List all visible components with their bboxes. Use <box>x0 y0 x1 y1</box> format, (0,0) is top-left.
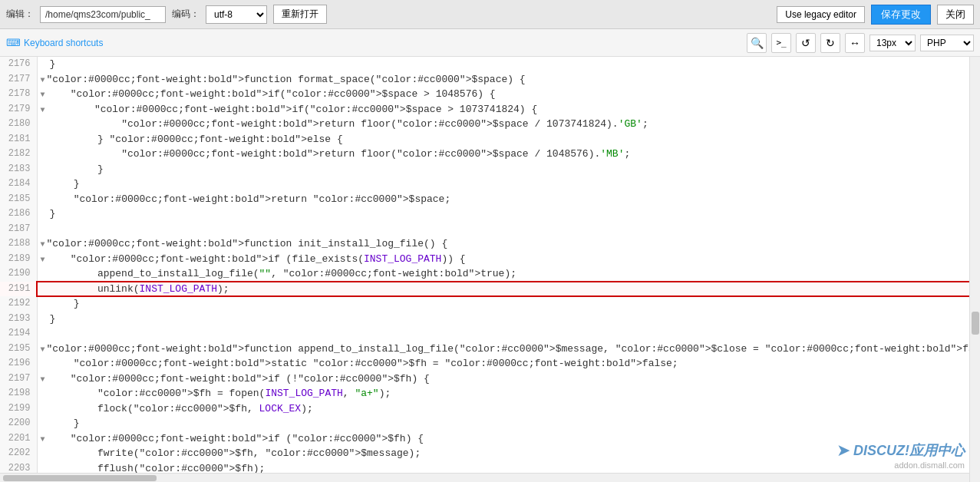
line-number: 2188 <box>0 236 37 252</box>
line-number: 2182 <box>0 147 37 162</box>
undo-icon: ↺ <box>801 37 810 49</box>
table-row: 2190 append_to_install_log_file("", "col… <box>0 266 969 282</box>
code-line[interactable]: } "color:#0000cc;font-weight:bold">else … <box>37 132 969 147</box>
table-row: 2186} <box>0 206 969 222</box>
code-line[interactable]: ▼ "color:#0000cc;font-weight:bold">if("c… <box>37 87 969 102</box>
code-line[interactable]: "color:#0000cc;font-weight:bold">return … <box>37 192 969 207</box>
code-line[interactable]: ▼"color:#0000cc;font-weight:bold">functi… <box>37 236 969 252</box>
table-row: 2179▼ "color:#0000cc;font-weight:bold">i… <box>0 102 969 117</box>
table-row: 2201▼ "color:#0000cc;font-weight:bold">i… <box>0 431 969 447</box>
redo-button[interactable]: ↻ <box>820 33 840 53</box>
line-number: 2179 <box>0 102 37 117</box>
code-line[interactable]: } <box>37 312 969 327</box>
line-number: 2178 <box>0 87 37 102</box>
table-row: 2199 flock("color:#cc0000">$fh, LOCK_EX)… <box>0 401 969 417</box>
line-number: 2199 <box>0 401 37 417</box>
code-line[interactable]: "color:#0000cc;font-weight:bold">static … <box>37 356 969 371</box>
keyboard-icon: ⌨ <box>6 37 21 48</box>
line-number: 2186 <box>0 206 37 222</box>
table-row: 2185 "color:#0000cc;font-weight:bold">re… <box>0 192 969 207</box>
keyboard-shortcuts-link[interactable]: ⌨ Keyboard shortcuts <box>6 37 103 48</box>
code-line[interactable]: } <box>37 177 969 192</box>
wrap-button[interactable]: ↔ <box>845 33 865 53</box>
line-number: 2185 <box>0 192 37 207</box>
table-row: 2182 "color:#0000cc;font-weight:bold">re… <box>0 147 969 162</box>
code-line[interactable]: ▼ "color:#0000cc;font-weight:bold">if("c… <box>37 102 969 117</box>
watermark-text: DISCUZ!应用中心 <box>853 441 965 460</box>
code-line[interactable]: } <box>37 416 969 431</box>
vertical-scrollbar[interactable] <box>969 57 980 482</box>
line-number: 2196 <box>0 356 37 371</box>
code-line[interactable] <box>37 326 969 342</box>
code-line[interactable]: } <box>37 57 969 72</box>
code-line[interactable] <box>37 222 969 237</box>
file-path-input[interactable] <box>40 6 166 23</box>
code-area[interactable]: 2176}2177▼"color:#0000cc;font-weight:bol… <box>0 57 969 482</box>
code-line[interactable]: "color:#cc0000">$fh = fopen(INST_LOG_PAT… <box>37 386 969 401</box>
table-row: 2194 <box>0 326 969 342</box>
table-row: 2180 "color:#0000cc;font-weight:bold">re… <box>0 117 969 132</box>
table-row: 2187 <box>0 222 969 237</box>
table-row: 2192 } <box>0 296 969 312</box>
watermark: ➤ DISCUZ!应用中心 addon.dismall.com <box>836 441 965 470</box>
terminal-button[interactable]: >_ <box>771 33 791 53</box>
code-line[interactable]: ▼"color:#0000cc;font-weight:bold">functi… <box>37 72 969 87</box>
undo-button[interactable]: ↺ <box>796 33 816 53</box>
code-line[interactable]: } <box>37 162 969 177</box>
code-line[interactable]: flock("color:#cc0000">$fh, LOCK_EX); <box>37 401 969 417</box>
line-number: 2194 <box>0 326 37 342</box>
line-number: 2200 <box>0 416 37 431</box>
encoding-select[interactable]: utf-8 <box>206 5 267 24</box>
line-number: 2193 <box>0 312 37 327</box>
code-line[interactable]: ▼ "color:#0000cc;font-weight:bold">if ("… <box>37 431 969 447</box>
code-line[interactable]: append_to_install_log_file("", "color:#0… <box>37 266 969 282</box>
table-row: 2193} <box>0 312 969 327</box>
close-button[interactable]: 关闭 <box>937 5 974 25</box>
line-number: 2191 <box>0 282 37 297</box>
code-table: 2176}2177▼"color:#0000cc;font-weight:bol… <box>0 57 969 482</box>
line-number: 2183 <box>0 162 37 177</box>
line-number: 2201 <box>0 431 37 447</box>
line-number: 2190 <box>0 266 37 282</box>
table-row: 2195▼"color:#0000cc;font-weight:bold">fu… <box>0 342 969 357</box>
language-select[interactable]: PHP <box>920 35 974 51</box>
line-number: 2202 <box>0 446 37 461</box>
table-row: 2184 } <box>0 177 969 192</box>
bottom-scrollbar[interactable] <box>0 473 969 482</box>
table-row: 2177▼"color:#0000cc;font-weight:bold">fu… <box>0 72 969 87</box>
code-line[interactable]: } <box>37 296 969 312</box>
bottom-scrollbar-thumb <box>3 475 157 481</box>
table-row: 2181 } "color:#0000cc;font-weight:bold">… <box>0 132 969 147</box>
font-size-select[interactable]: 13px <box>869 35 916 51</box>
reopen-button[interactable]: 重新打开 <box>273 5 327 24</box>
code-line[interactable]: ▼ "color:#0000cc;font-weight:bold">if (f… <box>37 252 969 267</box>
watermark-arrow-icon: ➤ <box>836 441 850 461</box>
line-number: 2180 <box>0 117 37 132</box>
line-number: 2198 <box>0 386 37 401</box>
code-line[interactable]: fwrite("color:#cc0000">$fh, "color:#cc00… <box>37 446 969 461</box>
redo-icon: ↻ <box>826 37 835 49</box>
code-line[interactable]: ▼"color:#0000cc;font-weight:bold">functi… <box>37 342 969 357</box>
watermark-subtext: addon.dismall.com <box>894 461 965 470</box>
encode-label: 编码： <box>172 8 200 21</box>
editor-container: 2176}2177▼"color:#0000cc;font-weight:bol… <box>0 57 980 482</box>
save-button[interactable]: 保存更改 <box>871 5 931 25</box>
search-icon: 🔍 <box>751 37 764 49</box>
terminal-icon: >_ <box>776 38 786 48</box>
code-line[interactable]: ▼ "color:#0000cc;font-weight:bold">if (!… <box>37 371 969 387</box>
legacy-editor-button[interactable]: Use legacy editor <box>777 6 865 23</box>
line-number: 2189 <box>0 252 37 267</box>
line-number: 2197 <box>0 371 37 387</box>
code-line[interactable]: unlink(INST_LOG_PATH); <box>37 282 969 297</box>
code-line[interactable]: } <box>37 206 969 222</box>
table-row: 2196 "color:#0000cc;font-weight:bold">st… <box>0 356 969 371</box>
line-number: 2195 <box>0 342 37 357</box>
keyboard-shortcuts-label: Keyboard shortcuts <box>24 38 103 48</box>
table-row: 2197▼ "color:#0000cc;font-weight:bold">i… <box>0 371 969 387</box>
code-line[interactable]: "color:#0000cc;font-weight:bold">return … <box>37 117 969 132</box>
wrap-icon: ↔ <box>850 37 860 49</box>
top-toolbar: 编辑： 编码： utf-8 重新打开 Use legacy editor 保存更… <box>0 0 980 29</box>
code-line[interactable]: "color:#0000cc;font-weight:bold">return … <box>37 147 969 162</box>
line-number: 2176 <box>0 57 37 72</box>
search-button[interactable]: 🔍 <box>747 33 767 53</box>
